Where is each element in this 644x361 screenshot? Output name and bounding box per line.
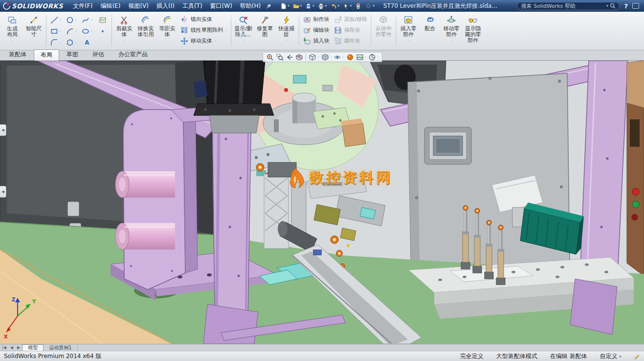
select-button[interactable]: ▾ [341, 2, 353, 10]
add-remove-entities-button[interactable]: 添加/移除 [332, 14, 370, 24]
tab-scroll-right-button[interactable]: ▶ [15, 344, 22, 351]
search-input[interactable] [521, 3, 603, 9]
insert-block-button[interactable]: 插入块 [301, 36, 332, 46]
options-button[interactable]: ▾ [364, 2, 376, 10]
zoom-fit-button[interactable] [266, 53, 274, 61]
explode-block-button[interactable]: 爆炸块 [332, 36, 370, 46]
text-tool-button[interactable]: A [79, 37, 94, 48]
offset-entities-button[interactable]: 等距实 体 [156, 13, 178, 38]
zoom-area-button[interactable] [275, 53, 284, 61]
collapse-pane-arrow[interactable]: ◀ [0, 124, 6, 136]
menu-edit[interactable]: 编辑(E) [96, 0, 124, 12]
new-document-icon [280, 2, 287, 10]
help-search-box[interactable]: ▾ [517, 2, 620, 10]
move-entities-button[interactable]: 移动实体 ▾ [178, 36, 229, 46]
graphics-area[interactable]: X Y Z 数控资料网 ◀ ◀ [0, 61, 644, 344]
polygon-icon [66, 38, 74, 47]
rebuild-button[interactable] [354, 2, 363, 10]
chevron-down-icon: ▾ [408, 38, 410, 44]
mate-button[interactable]: 配合 [419, 13, 441, 32]
customize-status-bar-button[interactable]: 自定义 ▴ [600, 352, 621, 361]
tab-scroll-left-button[interactable]: ◀ [8, 344, 15, 351]
solidworks-window: SOLIDWORKS 文件(F) 编辑(E) 视图(V) 插入(I) 工具(T)… [0, 0, 644, 361]
undo-button[interactable]: ▾ [329, 2, 340, 10]
search-icon[interactable] [610, 3, 616, 9]
status-fully-defined: 完全定义 [460, 352, 484, 361]
triad-x-label: X [4, 334, 8, 339]
chevron-down-icon: ▾ [215, 39, 217, 43]
chevron-down-icon: ▾ [60, 29, 62, 33]
product-version-label: SolidWorks Premium 2014 x64 版 [4, 352, 101, 361]
rectangle-icon [50, 27, 59, 36]
section-view-icon [295, 53, 303, 61]
smart-dimension-icon [29, 15, 39, 25]
save-block-button[interactable]: 保存块 [332, 25, 370, 35]
new-document-button[interactable]: ▾ [279, 2, 290, 10]
tab-assembly[interactable]: 装配体 [2, 49, 33, 60]
menu-help[interactable]: 帮助(H) [236, 0, 265, 12]
smart-dimension-button[interactable]: 智能尺 寸 ▾ [23, 13, 44, 44]
show-hidden-components-button[interactable]: 显示隐 藏的零 部件 [462, 13, 484, 44]
view-orientation-button[interactable]: ▾ [308, 53, 320, 61]
collapse-pane-arrow[interactable]: ◀ [0, 186, 6, 198]
make-part-from-block-button[interactable]: 从块中 作零件 [373, 13, 394, 38]
undo-icon [330, 2, 337, 10]
open-button[interactable]: ▾ [291, 2, 303, 10]
spline-tool-button[interactable]: ▾ [79, 15, 94, 25]
rectangle-tool-button[interactable]: ▾ [48, 26, 63, 37]
linear-sketch-pattern-button[interactable]: 线性草图阵列 ▾ [178, 25, 229, 35]
ellipse-tool-button[interactable]: ▾ [79, 26, 94, 37]
arc-tool-button[interactable]: ▾ [64, 26, 79, 37]
polygon-tool-button[interactable]: ▾ [64, 37, 79, 48]
menu-tools[interactable]: 工具(T) [178, 0, 206, 12]
hide-show-items-button[interactable]: ▾ [333, 53, 345, 61]
mirror-entities-button[interactable]: 镜向实体 [178, 14, 229, 24]
logo-text: SOLIDWORKS [12, 2, 63, 10]
save-button[interactable]: ▾ [304, 2, 315, 10]
previous-view-button[interactable] [285, 53, 294, 61]
tab-layout[interactable]: 布局 [34, 49, 59, 61]
pin-menu-icon[interactable] [266, 3, 272, 9]
edit-pencil-icon[interactable] [634, 353, 640, 360]
convert-entities-button[interactable]: 转换实 体引用 [135, 13, 156, 38]
chevron-down-icon[interactable]: ▾ [606, 4, 608, 8]
display-style-icon [321, 53, 329, 61]
fillet-tool-button[interactable]: ▾ [48, 37, 63, 48]
line-tool-button[interactable]: ▾ [48, 15, 63, 25]
triad-y-label: Y [32, 299, 36, 304]
circle-tool-button[interactable]: ▾ [64, 15, 79, 25]
trim-entities-button[interactable]: 剪裁实 体 ▾ [113, 13, 135, 44]
generate-layout-button[interactable]: 生成 布局 ▾ [1, 13, 23, 44]
edit-block-button[interactable]: 编辑块 [301, 25, 332, 35]
section-view-button[interactable] [295, 53, 304, 61]
repair-sketch-button[interactable]: 修复草 图 [254, 13, 276, 38]
save-block-icon [333, 25, 342, 36]
edit-appearance-button[interactable] [346, 53, 355, 61]
tab-office-products[interactable]: 办公室产品 [111, 49, 155, 60]
make-block-button[interactable]: 制作块 [301, 14, 332, 24]
tab-scroll-start-button[interactable]: |◀ [0, 344, 8, 351]
help-button[interactable]: ? [624, 2, 628, 10]
print-button[interactable]: ▾ [316, 2, 328, 10]
assembly-3d-view[interactable]: X Y Z [0, 61, 644, 344]
tab-sketch[interactable]: 草图 [60, 49, 85, 60]
tab-motion-study[interactable]: 运动算例1 [44, 344, 77, 351]
menu-file[interactable]: 文件(F) [69, 0, 96, 12]
repair-sketch-icon [260, 15, 270, 25]
window-restore-button[interactable] [632, 3, 639, 9]
menu-window[interactable]: 窗口(W) [206, 0, 236, 12]
insert-components-button[interactable]: 插入零 部件 ▾ [398, 13, 419, 44]
display-style-button[interactable]: ▾ [321, 53, 333, 61]
apply-scene-button[interactable]: ▾ [355, 53, 367, 61]
sketch-picture-button[interactable] [95, 15, 110, 25]
move-component-button[interactable]: 移动零 部件 ▾ [441, 13, 462, 44]
point-tool-button[interactable] [95, 26, 110, 37]
chevron-down-icon: ▾ [75, 41, 77, 45]
display-delete-relations-button[interactable]: 显示/删 除几... ▾ [233, 13, 254, 44]
menu-view[interactable]: 视图(V) [124, 0, 153, 12]
menu-insert[interactable]: 插入(I) [153, 0, 178, 12]
tab-evaluate[interactable]: 评估 [86, 49, 111, 60]
tab-model[interactable]: 模型 [22, 344, 44, 351]
view-settings-button[interactable]: ▾ [368, 53, 379, 61]
quick-snaps-button[interactable]: 快速捕 捉 ▾ [276, 13, 297, 44]
